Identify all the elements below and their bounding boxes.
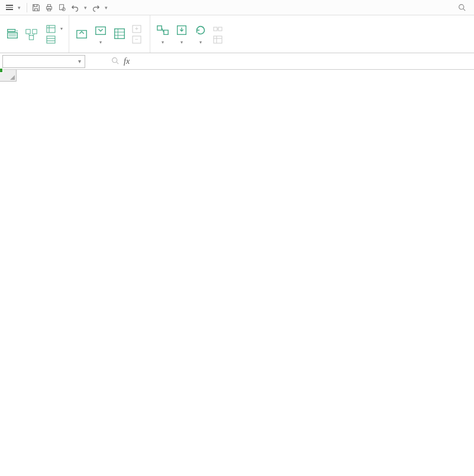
subtotal-button[interactable]: [113, 27, 126, 41]
formula-bar-row: ▾ fx: [0, 53, 474, 70]
merge-calc-icon: [25, 28, 38, 41]
hide-detail-button: −: [132, 35, 144, 44]
sim-analysis-icon: [46, 25, 56, 33]
ribbon-group-1: ▾: [0, 15, 69, 53]
subtotal-icon: [113, 27, 126, 40]
svg-rect-11: [26, 29, 30, 33]
refresh-all-label: ▾: [199, 38, 202, 45]
formula-input[interactable]: [134, 56, 474, 67]
merge-table-button[interactable]: ▾: [156, 24, 169, 45]
svg-rect-8: [8, 33, 18, 38]
insert-dropdown-list-button[interactable]: [6, 27, 19, 41]
svg-rect-7: [8, 29, 15, 31]
ribbon-group-2: ▾ + −: [69, 15, 150, 53]
svg-line-40: [117, 61, 118, 63]
svg-rect-12: [33, 29, 37, 33]
import-data-label: ▾: [180, 38, 183, 45]
svg-rect-1: [47, 4, 50, 7]
svg-rect-14: [47, 25, 55, 33]
print-preview-icon[interactable]: [58, 4, 66, 12]
svg-rect-34: [218, 27, 222, 31]
chevron-down-icon: ▾: [18, 5, 21, 11]
svg-rect-36: [214, 36, 222, 43]
command-search[interactable]: [458, 4, 472, 11]
import-data-icon: [175, 24, 188, 37]
svg-rect-3: [60, 4, 64, 9]
undo-icon[interactable]: [71, 4, 79, 12]
svg-rect-22: [115, 28, 125, 38]
data-area-icon: [213, 35, 223, 44]
svg-rect-13: [29, 35, 33, 39]
file-menu-button[interactable]: ▾: [2, 1, 24, 14]
chevron-down-icon[interactable]: ▾: [78, 58, 81, 64]
separator: [27, 3, 27, 12]
hamburger-icon: [6, 5, 13, 10]
name-box-input[interactable]: [7, 57, 76, 66]
svg-text:−: −: [135, 36, 138, 43]
ungroup-icon: [94, 24, 107, 37]
show-detail-icon: +: [132, 25, 141, 33]
svg-rect-33: [214, 27, 217, 31]
ribbon: ▾ ▾: [0, 15, 474, 53]
cancel-formula-icon[interactable]: [111, 57, 119, 66]
create-group-button[interactable]: [75, 27, 88, 41]
dropdown-list-icon: [6, 27, 19, 40]
hide-detail-icon: −: [132, 35, 141, 44]
svg-rect-30: [157, 25, 162, 30]
search-icon: [458, 4, 466, 11]
show-detail-button: +: [132, 25, 144, 33]
ribbon-small-col-2: + −: [132, 25, 144, 44]
save-icon[interactable]: [32, 4, 40, 12]
merge-calc-button[interactable]: [25, 28, 40, 41]
svg-point-39: [112, 57, 117, 62]
ungroup-button[interactable]: ▾: [94, 24, 107, 45]
svg-text:+: +: [135, 25, 138, 32]
fx-icon[interactable]: fx: [124, 57, 130, 66]
name-box[interactable]: ▾: [2, 55, 85, 68]
edit-connection-button: [213, 25, 225, 33]
chevron-down-icon: ▾: [60, 26, 63, 31]
ribbon-group-3: ▾ ▾ ▾: [150, 15, 231, 53]
create-group-icon: [75, 27, 88, 40]
simulation-analysis-button[interactable]: ▾: [46, 25, 63, 33]
quick-access-toolbar: ▾ ▾: [32, 4, 108, 12]
merge-table-label: ▾: [162, 38, 164, 45]
redo-dropdown-icon[interactable]: ▾: [105, 5, 108, 11]
undo-dropdown-icon[interactable]: ▾: [84, 5, 87, 11]
print-icon[interactable]: [45, 4, 53, 12]
formula-bar: fx: [88, 56, 474, 67]
ribbon-small-col-3: [213, 25, 225, 44]
ungroup-label: ▾: [99, 38, 102, 45]
edit-connection-icon: [213, 25, 223, 33]
svg-rect-31: [164, 30, 168, 34]
svg-line-6: [463, 9, 465, 11]
svg-rect-17: [47, 36, 55, 43]
refresh-all-button[interactable]: ▾: [194, 24, 207, 45]
refresh-icon: [194, 24, 207, 37]
record-form-icon: [46, 35, 56, 44]
data-area-props-button: [213, 35, 225, 44]
menubar: ▾ ▾ ▾: [0, 0, 474, 15]
record-form-button[interactable]: [46, 35, 63, 44]
redo-icon[interactable]: [92, 4, 100, 12]
import-data-button[interactable]: ▾: [175, 24, 188, 45]
select-all-corner[interactable]: [0, 70, 17, 82]
merge-table-icon: [156, 24, 169, 37]
ribbon-small-col-1: ▾: [46, 25, 63, 44]
svg-point-5: [459, 5, 464, 9]
